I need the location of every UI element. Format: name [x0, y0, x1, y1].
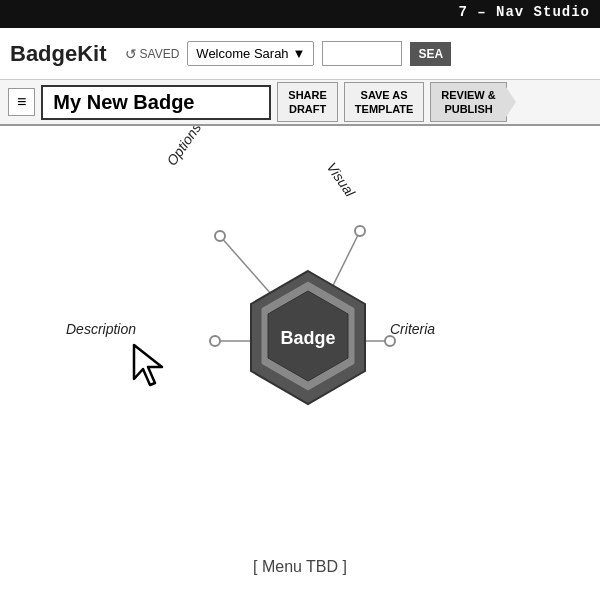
description-label: Description: [66, 321, 136, 337]
svg-point-7: [385, 336, 395, 346]
search-input[interactable]: [322, 41, 402, 66]
user-dropdown-label: Welcome Sarah: [196, 46, 288, 61]
toolbar: ≡ SHAREDRAFT SAVE ASTEMPLATE REVIEW &PUB…: [0, 80, 600, 126]
chevron-down-icon: ▼: [293, 46, 306, 61]
saved-text: SAVED: [140, 47, 180, 61]
svg-point-6: [210, 336, 220, 346]
app-nav-title: 7 – Nav Studio: [458, 4, 590, 20]
app-title: BadgeKit: [10, 41, 107, 67]
header: BadgeKit ↺ SAVED Welcome Sarah ▼ SEA: [0, 28, 600, 80]
svg-point-4: [215, 231, 225, 241]
saved-indicator: ↺ SAVED: [125, 46, 180, 62]
menu-tbd-label: [ Menu TBD ]: [253, 558, 347, 576]
criteria-label: Criteria: [390, 321, 435, 337]
svg-point-5: [355, 226, 365, 236]
badge-name-input[interactable]: [41, 85, 271, 120]
save-as-template-button[interactable]: SAVE ASTEMPLATE: [344, 82, 424, 123]
main-canvas: Badge Options Visual Description Criteri…: [0, 126, 600, 600]
badge-diagram: Badge: [0, 126, 600, 600]
search-button[interactable]: SEA: [410, 42, 451, 66]
menu-toggle-button[interactable]: ≡: [8, 88, 35, 116]
svg-text:Badge: Badge: [280, 328, 335, 348]
user-dropdown[interactable]: Welcome Sarah ▼: [187, 41, 314, 66]
review-publish-button[interactable]: REVIEW &PUBLISH: [430, 82, 506, 123]
saved-icon: ↺: [125, 46, 137, 62]
share-draft-button[interactable]: SHAREDRAFT: [277, 82, 338, 123]
top-bar: 7 – Nav Studio: [0, 0, 600, 28]
